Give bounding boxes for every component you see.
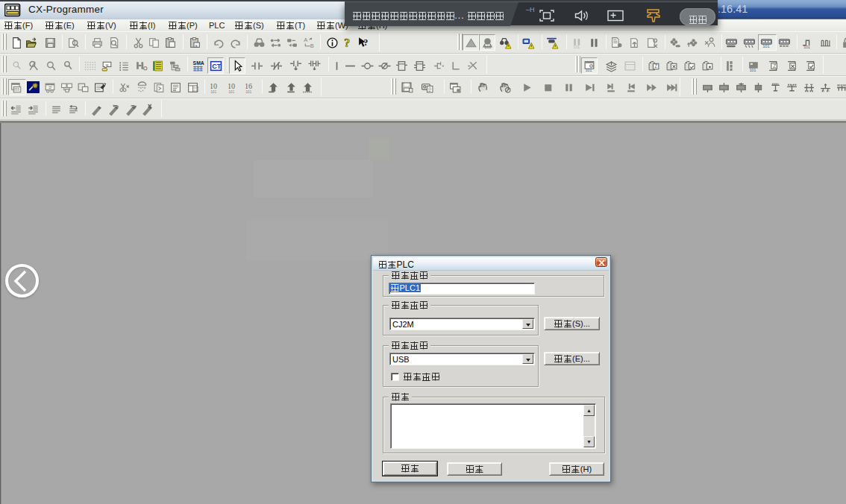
svg-text:101: 101 [573,45,580,49]
svg-text:A: A [304,37,307,43]
svg-text:10: 10 [210,82,217,90]
svg-text:0.02: 0.02 [193,89,198,92]
svg-text:101: 101 [803,45,810,49]
svg-text:101: 101 [210,90,216,94]
svg-text:?: ? [363,38,368,48]
svg-text:101: 101 [245,90,251,94]
svg-text:101: 101 [762,44,770,48]
svg-text:16: 16 [245,82,252,90]
svg-text:a: a [195,43,198,48]
svg-text:w: w [105,63,108,67]
svg-text:Z: Z [773,63,776,69]
svg-text:SMA: SMA [193,60,204,66]
svg-text:101: 101 [750,68,756,72]
svg-text:101: 101 [228,90,234,94]
svg-text:10: 10 [228,82,235,90]
svg-text:?: ? [344,37,350,49]
svg-text:CT: CT [212,63,222,70]
svg-text:101: 101 [586,68,592,72]
svg-text:Z: Z [654,63,657,69]
svg-text:101: 101 [484,45,491,49]
svg-text:B: B [310,42,314,49]
